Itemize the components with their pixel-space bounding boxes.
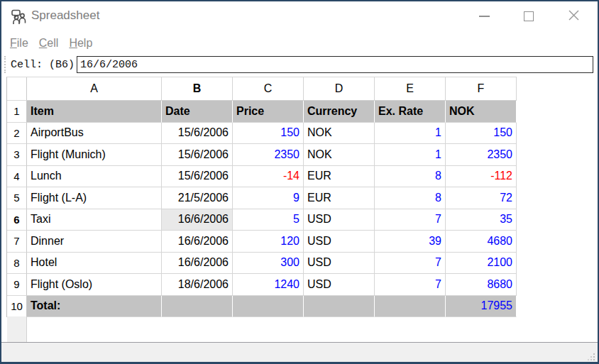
cell-E10[interactable] xyxy=(375,296,446,318)
cell-C5[interactable]: 9 xyxy=(233,187,304,209)
close-icon xyxy=(568,9,580,23)
cell-B8[interactable]: 16/6/2006 xyxy=(162,253,233,275)
table-corner[interactable] xyxy=(7,77,27,101)
cell-D3[interactable]: NOK xyxy=(304,144,375,166)
cell-B7[interactable]: 16/6/2006 xyxy=(162,231,233,253)
cell-E7[interactable]: 39 xyxy=(375,231,446,253)
cell-D4[interactable]: EUR xyxy=(304,166,375,188)
row-header-9[interactable]: 9 xyxy=(7,274,27,296)
people-group-icon xyxy=(11,8,28,25)
cell-C2[interactable]: 150 xyxy=(233,123,304,145)
col-header-f[interactable]: F xyxy=(446,77,517,101)
cell-A3[interactable]: Flight (Munich) xyxy=(27,144,162,166)
cell-B6[interactable]: 16/6/2006 xyxy=(162,209,233,231)
row-header-8[interactable]: 8 xyxy=(7,253,27,275)
cell-C1[interactable]: Price xyxy=(233,101,304,123)
cell-C3[interactable]: 2350 xyxy=(233,144,304,166)
maximize-icon xyxy=(524,11,534,21)
cell-B10[interactable] xyxy=(162,296,233,318)
row-header-2[interactable]: 2 xyxy=(7,123,27,145)
cell-B2[interactable]: 15/6/2006 xyxy=(162,123,233,145)
spreadsheet-grid: ABCDEF1ItemDatePriceCurrencyEx. RateNOK2… xyxy=(6,77,517,317)
col-header-e[interactable]: E xyxy=(375,77,446,101)
formula-input[interactable] xyxy=(77,56,593,73)
cell-A5[interactable]: Flight (L-A) xyxy=(27,187,162,209)
row-header-6[interactable]: 6 xyxy=(7,209,27,231)
row-header-10[interactable]: 10 xyxy=(7,296,27,318)
cell-A9[interactable]: Flight (Oslo) xyxy=(27,274,162,296)
cell-E9[interactable]: 7 xyxy=(375,274,446,296)
cell-D8[interactable]: USD xyxy=(304,253,375,275)
menu-item-help[interactable]: Help xyxy=(69,37,92,50)
cell-B9[interactable]: 18/6/2006 xyxy=(162,274,233,296)
menu-item-cell[interactable]: Cell xyxy=(39,37,59,50)
minimize-icon xyxy=(479,16,490,17)
cell-E5[interactable]: 8 xyxy=(375,187,446,209)
cell-F2[interactable]: 150 xyxy=(446,123,517,145)
cell-E3[interactable]: 1 xyxy=(375,144,446,166)
close-button[interactable] xyxy=(563,6,584,27)
cell-D1[interactable]: Currency xyxy=(304,101,375,123)
cell-E4[interactable]: 8 xyxy=(375,166,446,188)
cell-B1[interactable]: Date xyxy=(162,101,233,123)
cell-D6[interactable]: USD xyxy=(304,209,375,231)
menu-item-file[interactable]: File xyxy=(10,37,28,50)
cell-F7[interactable]: 4680 xyxy=(446,231,517,253)
cell-D7[interactable]: USD xyxy=(304,231,375,253)
row-header-3[interactable]: 3 xyxy=(7,144,27,166)
cell-C7[interactable]: 120 xyxy=(233,231,304,253)
cell-A2[interactable]: AirportBus xyxy=(27,123,162,145)
cell-D2[interactable]: NOK xyxy=(304,123,375,145)
minimize-button[interactable] xyxy=(473,6,495,27)
cell-D9[interactable]: USD xyxy=(304,274,375,296)
title-bar[interactable]: Spreadsheet xyxy=(1,1,598,31)
cell-C6[interactable]: 5 xyxy=(233,209,304,231)
window-title: Spreadsheet xyxy=(31,9,99,23)
formula-toolbar: Cell: (B6) xyxy=(1,54,598,75)
cell-C10[interactable] xyxy=(233,296,304,318)
row-header-1[interactable]: 1 xyxy=(7,101,27,123)
cell-C9[interactable]: 1240 xyxy=(233,274,304,296)
cell-B5[interactable]: 21/5/2006 xyxy=(162,187,233,209)
col-header-d[interactable]: D xyxy=(304,77,375,101)
cell-E6[interactable]: 7 xyxy=(375,209,446,231)
maximize-button[interactable] xyxy=(518,6,539,27)
row-header-4[interactable]: 4 xyxy=(7,166,27,188)
cell-E1[interactable]: Ex. Rate xyxy=(375,101,446,123)
col-header-c[interactable]: C xyxy=(233,77,304,101)
cell-C8[interactable]: 300 xyxy=(233,253,304,275)
cell-D10[interactable] xyxy=(304,296,375,318)
cell-F8[interactable]: 2100 xyxy=(446,253,517,275)
cell-F6[interactable]: 35 xyxy=(446,209,517,231)
status-bar xyxy=(1,342,598,362)
cell-C4[interactable]: -14 xyxy=(233,166,304,188)
app-window: Spreadsheet FileCellHelp Cell: (B6) xyxy=(0,0,599,364)
cell-A7[interactable]: Dinner xyxy=(27,231,162,253)
cell-B4[interactable]: 15/6/2006 xyxy=(162,166,233,188)
col-header-a[interactable]: A xyxy=(27,77,162,101)
current-cell-label: Cell: (B6) xyxy=(11,59,75,71)
cell-E2[interactable]: 1 xyxy=(375,123,446,145)
cell-D5[interactable]: EUR xyxy=(304,187,375,209)
cell-A1[interactable]: Item xyxy=(27,101,162,123)
cell-B3[interactable]: 15/6/2006 xyxy=(162,144,233,166)
toolbar-grip-handle[interactable] xyxy=(4,56,6,73)
cell-F1[interactable]: NOK xyxy=(446,101,517,123)
row-header-empty-area xyxy=(7,316,27,343)
col-header-b[interactable]: B xyxy=(162,77,233,101)
menu-bar: FileCellHelp xyxy=(1,34,598,53)
resize-grip-icon[interactable] xyxy=(587,351,595,360)
cell-E8[interactable]: 7 xyxy=(375,253,446,275)
cell-F9[interactable]: 8680 xyxy=(446,274,517,296)
cell-A6[interactable]: Taxi xyxy=(27,209,162,231)
cell-F4[interactable]: -112 xyxy=(446,166,517,188)
window-controls xyxy=(473,1,584,31)
cell-F10[interactable]: 17955 xyxy=(446,296,517,318)
cell-A8[interactable]: Hotel xyxy=(27,253,162,275)
row-header-7[interactable]: 7 xyxy=(7,231,27,253)
cell-A4[interactable]: Lunch xyxy=(27,166,162,188)
row-header-5[interactable]: 5 xyxy=(7,187,27,209)
cell-F3[interactable]: 2350 xyxy=(446,144,517,166)
cell-F5[interactable]: 72 xyxy=(446,187,517,209)
cell-A10[interactable]: Total: xyxy=(27,296,162,318)
